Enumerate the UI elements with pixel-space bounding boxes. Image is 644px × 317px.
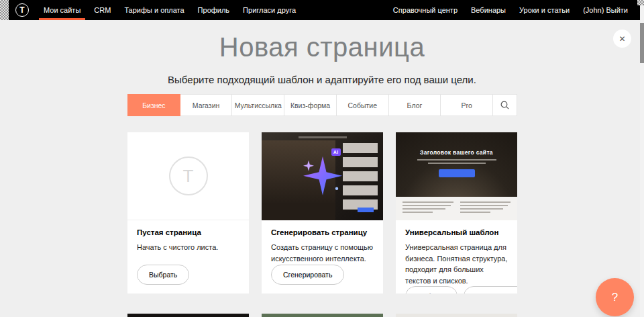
nav-item-my-sites[interactable]: Мои сайты bbox=[37, 0, 87, 20]
template-thumbnail-partial[interactable] bbox=[262, 314, 383, 317]
tab-label: Событие bbox=[347, 101, 377, 109]
generate-button[interactable]: Сгенерировать bbox=[271, 265, 344, 285]
card-actions: Выбрать bbox=[137, 265, 239, 285]
blank-page-thumbnail[interactable]: T bbox=[127, 132, 249, 220]
tab-pro[interactable]: Pro bbox=[441, 94, 493, 116]
decor-row bbox=[343, 143, 378, 153]
logo-letter: T bbox=[19, 5, 24, 15]
card-title: Пустая страница bbox=[137, 228, 239, 236]
decor-line bbox=[402, 201, 453, 203]
decor-line bbox=[460, 201, 511, 203]
page-title: Новая страница bbox=[0, 32, 644, 62]
tab-label: Магазин bbox=[193, 101, 220, 109]
decor-line bbox=[428, 163, 486, 164]
tilda-logo-outline-icon: T bbox=[169, 156, 208, 195]
tab-shop[interactable]: Магазин bbox=[180, 94, 233, 116]
decor-text-column bbox=[460, 201, 511, 220]
nav-item-label: Справочный центр bbox=[393, 6, 458, 14]
card-title: Универсальный шаблон bbox=[405, 228, 508, 236]
decor-line bbox=[402, 212, 433, 213]
universal-template-thumbnail[interactable]: Заголовок вашего сайта bbox=[396, 132, 517, 220]
vertical-scrollbar[interactable] bbox=[640, 0, 644, 317]
select-blank-button[interactable]: Выбрать bbox=[137, 265, 189, 285]
decor-text-column bbox=[402, 201, 453, 220]
nav-item-logout[interactable]: (John) Выйти bbox=[576, 0, 635, 20]
template-thumbnail-partial[interactable] bbox=[127, 314, 249, 317]
tab-label: Квиз-форма bbox=[290, 101, 330, 109]
preview-blue-button bbox=[439, 169, 475, 177]
preview-hero-section: Заголовок вашего сайта bbox=[396, 132, 517, 197]
tab-business[interactable]: Бизнес bbox=[127, 94, 180, 116]
card-blank-page: T Пустая страница Начать с чистого листа… bbox=[127, 132, 249, 293]
decor-blue-button bbox=[358, 208, 374, 212]
decor-line bbox=[460, 212, 490, 213]
nav-item-profile[interactable]: Профиль bbox=[191, 0, 237, 20]
tab-label: Мультиссылка bbox=[235, 101, 282, 109]
tab-quiz-form[interactable]: Квиз-форма bbox=[284, 94, 337, 116]
nav-item-webinars[interactable]: Вебинары bbox=[464, 0, 513, 20]
tab-search[interactable] bbox=[493, 94, 517, 116]
page-subtitle: Выберите подходящий шаблон и адаптируйте… bbox=[0, 74, 644, 85]
card-title: Сгенерировать страницу bbox=[271, 228, 374, 236]
tilda-logo-icon[interactable]: T bbox=[15, 3, 29, 17]
question-mark-icon: ? bbox=[612, 291, 618, 304]
nav-item-label: Пригласи друга bbox=[243, 6, 296, 14]
checker-decoration bbox=[0, 0, 9, 20]
nav-item-label: Вебинары bbox=[471, 6, 506, 14]
decor-panel bbox=[343, 143, 378, 214]
template-cards-grid: T Пустая страница Начать с чистого листа… bbox=[127, 132, 517, 293]
next-row-templates-partial bbox=[127, 314, 517, 317]
logo-letter: T bbox=[183, 166, 194, 187]
card-body: Пустая страница Начать с чистого листа. … bbox=[127, 220, 249, 293]
help-button[interactable]: ? bbox=[596, 278, 634, 316]
card-actions: Выбрать Посмотреть bbox=[405, 286, 508, 293]
nav-item-tariffs[interactable]: Тарифы и оплата bbox=[117, 0, 191, 20]
top-navbar: T Мои сайты CRM Тарифы и оплата Профиль … bbox=[0, 0, 644, 20]
template-thumbnail-partial[interactable] bbox=[396, 314, 517, 317]
decor-line bbox=[460, 208, 503, 210]
decor-line bbox=[402, 205, 451, 206]
tab-event[interactable]: Событие bbox=[337, 94, 389, 116]
tab-label: Pro bbox=[462, 101, 472, 109]
card-description: Создать страницу с помощью искусственног… bbox=[271, 242, 374, 264]
card-description: Универсальная страница для бизнеса. Поня… bbox=[405, 242, 508, 286]
generate-page-thumbnail[interactable]: AI bbox=[262, 132, 383, 220]
decor-line bbox=[299, 136, 347, 138]
search-icon bbox=[500, 101, 509, 109]
select-universal-button[interactable]: Выбрать bbox=[405, 286, 458, 293]
view-universal-button[interactable]: Посмотреть bbox=[464, 286, 517, 293]
tab-label: Бизнес bbox=[142, 101, 165, 109]
card-body: Сгенерировать страницу Создать страницу … bbox=[262, 220, 383, 293]
tab-label: Блог bbox=[407, 101, 423, 109]
card-universal-template: Заголовок вашего сайта bbox=[396, 132, 517, 293]
navbar-right-group: Справочный центр Вебинары Уроки и статьи… bbox=[386, 0, 644, 20]
tab-multilink[interactable]: Мультиссылка bbox=[232, 94, 284, 116]
nav-item-invite-friend[interactable]: Пригласи друга bbox=[236, 0, 303, 20]
scrollbar-thumb[interactable] bbox=[640, 23, 644, 63]
decor-line bbox=[402, 208, 445, 210]
decor-row bbox=[343, 157, 378, 167]
decor-line bbox=[460, 205, 508, 206]
nav-item-label: Мои сайты bbox=[44, 6, 80, 14]
nav-item-label: CRM bbox=[94, 6, 111, 14]
card-generate-page: AI Сгенерировать страницу Создать страни… bbox=[262, 132, 383, 293]
nav-item-crm[interactable]: CRM bbox=[87, 0, 117, 20]
nav-item-lessons[interactable]: Уроки и статьи bbox=[513, 0, 576, 20]
card-actions: Сгенерировать bbox=[271, 265, 374, 285]
ai-sparkle-star-icon bbox=[301, 153, 345, 197]
decor-line bbox=[417, 159, 496, 161]
ai-badge: AI bbox=[331, 148, 341, 156]
preview-site-title: Заголовок вашего сайта bbox=[396, 132, 517, 156]
preview-text-section bbox=[396, 197, 517, 220]
nav-item-label: Уроки и статьи bbox=[519, 6, 570, 14]
nav-item-label: Тарифы и оплата bbox=[124, 6, 184, 14]
nav-item-label: (John) Выйти bbox=[583, 6, 628, 14]
tab-blog[interactable]: Блог bbox=[389, 94, 441, 116]
template-category-tabs: Бизнес Магазин Мультиссылка Квиз-форма С… bbox=[127, 94, 517, 116]
decor-row bbox=[343, 185, 378, 195]
card-body: Универсальный шаблон Универсальная стран… bbox=[396, 220, 517, 293]
nav-item-label: Профиль bbox=[198, 6, 230, 14]
new-page-dialog-screen: T Мои сайты CRM Тарифы и оплата Профиль … bbox=[0, 0, 644, 317]
card-description: Начать с чистого листа. bbox=[137, 242, 239, 253]
nav-item-help-center[interactable]: Справочный центр bbox=[386, 0, 464, 20]
